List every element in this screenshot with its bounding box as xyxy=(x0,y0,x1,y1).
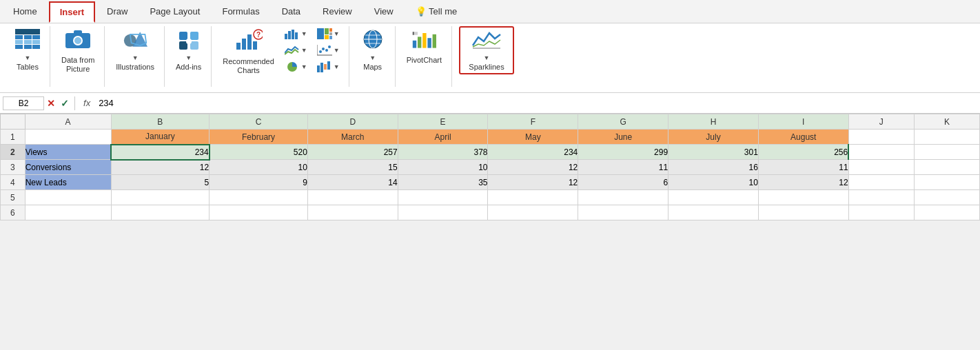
tab-insert[interactable]: Insert xyxy=(49,1,95,23)
data-from-picture-button[interactable]: Data from Picture xyxy=(57,26,99,76)
cell-G3[interactable]: 12 xyxy=(488,160,578,175)
cell-J6[interactable] xyxy=(848,205,914,220)
maps-button[interactable]: ▼ Maps xyxy=(356,26,389,74)
tab-view[interactable]: View xyxy=(364,1,404,21)
waterfall-chart-button[interactable]: ▼ xyxy=(314,59,343,74)
tab-formulas[interactable]: Formulas xyxy=(212,1,269,21)
col-header-C[interactable]: C xyxy=(210,114,308,130)
cell-J2[interactable] xyxy=(848,145,914,160)
tab-home[interactable]: Home xyxy=(3,1,48,21)
col-header-J[interactable]: J xyxy=(848,114,914,130)
cell-A2[interactable]: Views xyxy=(25,145,111,160)
col-header-B[interactable]: B xyxy=(111,114,210,130)
cell-K2[interactable] xyxy=(914,145,979,160)
cell-H2[interactable]: 301 xyxy=(668,145,759,160)
col-header-H[interactable]: H xyxy=(668,114,759,130)
cell-H6[interactable] xyxy=(668,205,759,220)
confirm-icon[interactable]: ✓ xyxy=(61,98,69,109)
cell-E4[interactable]: 14 xyxy=(307,175,398,190)
cell-F5[interactable] xyxy=(488,190,578,205)
cell-F2[interactable]: 234 xyxy=(488,145,578,160)
cell-H3[interactable]: 11 xyxy=(578,160,668,175)
add-ins-button[interactable]: ▼ Add-ins xyxy=(172,26,205,74)
col-header-D[interactable]: D xyxy=(307,114,398,130)
cell-J1[interactable] xyxy=(848,130,914,145)
recommended-charts-button[interactable]: ? Recommended Charts xyxy=(218,26,278,78)
row-header-1[interactable]: 1 xyxy=(1,130,25,145)
row-header-3[interactable]: 3 xyxy=(1,160,25,175)
cell-I6[interactable] xyxy=(758,205,848,220)
bar-chart-button[interactable]: ▼ xyxy=(281,26,311,41)
col-header-I[interactable]: I xyxy=(758,114,848,130)
hierarchy-chart-button[interactable]: ▼ xyxy=(314,26,343,41)
cell-reference[interactable] xyxy=(3,96,44,110)
cell-K1[interactable] xyxy=(914,130,979,145)
col-header-K[interactable]: K xyxy=(914,114,979,130)
line-chart-button[interactable]: ▼ xyxy=(281,43,311,58)
cell-A6[interactable] xyxy=(25,205,111,220)
col-header-E[interactable]: E xyxy=(398,114,488,130)
tab-page-layout[interactable]: Page Layout xyxy=(139,1,210,21)
cell-J5[interactable] xyxy=(848,190,914,205)
cell-H4[interactable]: 6 xyxy=(578,175,668,190)
cell-I1[interactable]: August xyxy=(758,130,848,145)
cell-G1[interactable]: June xyxy=(578,130,668,145)
cell-B1[interactable]: January xyxy=(111,130,210,145)
cell-H1[interactable]: July xyxy=(668,130,759,145)
cell-C1[interactable]: February xyxy=(210,130,308,145)
row-header-2[interactable]: 2 xyxy=(1,145,25,160)
cell-F1[interactable]: May xyxy=(488,130,578,145)
row-header-4[interactable]: 4 xyxy=(1,175,25,190)
cell-D1[interactable]: March xyxy=(307,130,398,145)
cell-L4[interactable] xyxy=(914,175,979,190)
tab-tell-me[interactable]: 💡 Tell me xyxy=(405,1,468,21)
row-header-5[interactable]: 5 xyxy=(1,190,25,205)
cell-D2[interactable]: 257 xyxy=(307,145,398,160)
cell-F6[interactable] xyxy=(488,205,578,220)
cell-C2[interactable]: 520 xyxy=(210,145,308,160)
cell-D5[interactable] xyxy=(307,190,398,205)
cell-A1[interactable] xyxy=(25,130,111,145)
cell-E6[interactable] xyxy=(398,205,488,220)
cell-B2[interactable]: 234 xyxy=(111,145,210,160)
cell-J3[interactable]: 11 xyxy=(758,160,848,175)
cell-D6[interactable] xyxy=(307,205,398,220)
cell-I2[interactable]: 256 xyxy=(758,145,848,160)
tab-draw[interactable]: Draw xyxy=(96,1,138,21)
cell-K3[interactable] xyxy=(848,160,914,175)
cell-C4[interactable]: 5 xyxy=(111,175,210,190)
tab-data[interactable]: Data xyxy=(272,1,311,21)
sparklines-button[interactable]: ▼ Sparklines xyxy=(459,26,514,74)
cell-E3[interactable]: 15 xyxy=(307,160,398,175)
cell-D4[interactable]: 9 xyxy=(210,175,308,190)
cell-B6[interactable] xyxy=(111,205,210,220)
cell-A5[interactable] xyxy=(25,190,111,205)
cell-B5[interactable] xyxy=(111,190,210,205)
cell-E1[interactable]: April xyxy=(398,130,488,145)
scatter-chart-button[interactable]: ▼ xyxy=(314,43,343,58)
cell-K6[interactable] xyxy=(914,205,979,220)
col-header-G[interactable]: G xyxy=(578,114,668,130)
pie-chart-button[interactable]: ▼ xyxy=(281,59,311,74)
tab-review[interactable]: Review xyxy=(312,1,363,21)
cell-C6[interactable] xyxy=(210,205,308,220)
cell-A3[interactable]: Conversions xyxy=(25,160,111,175)
cell-D3[interactable]: 10 xyxy=(210,160,308,175)
cell-G6[interactable] xyxy=(578,205,668,220)
cell-F4[interactable]: 35 xyxy=(398,175,488,190)
pivotchart-button[interactable]: PivotChart xyxy=(402,26,446,68)
cell-C5[interactable] xyxy=(210,190,308,205)
cell-I5[interactable] xyxy=(758,190,848,205)
cell-G5[interactable] xyxy=(578,190,668,205)
cell-A4[interactable]: New Leads xyxy=(25,175,111,190)
cell-G2[interactable]: 299 xyxy=(578,145,668,160)
cell-G4[interactable]: 12 xyxy=(488,175,578,190)
col-header-A[interactable]: A xyxy=(25,114,111,130)
cell-L3[interactable] xyxy=(914,160,979,175)
cell-I3[interactable]: 16 xyxy=(668,160,759,175)
cell-K5[interactable] xyxy=(914,190,979,205)
tables-button[interactable]: ▼ Tables xyxy=(11,26,44,74)
row-header-6[interactable]: 6 xyxy=(1,205,25,220)
illustrations-button[interactable]: ▼ Illustrations xyxy=(112,26,159,74)
cell-I4[interactable]: 10 xyxy=(668,175,759,190)
